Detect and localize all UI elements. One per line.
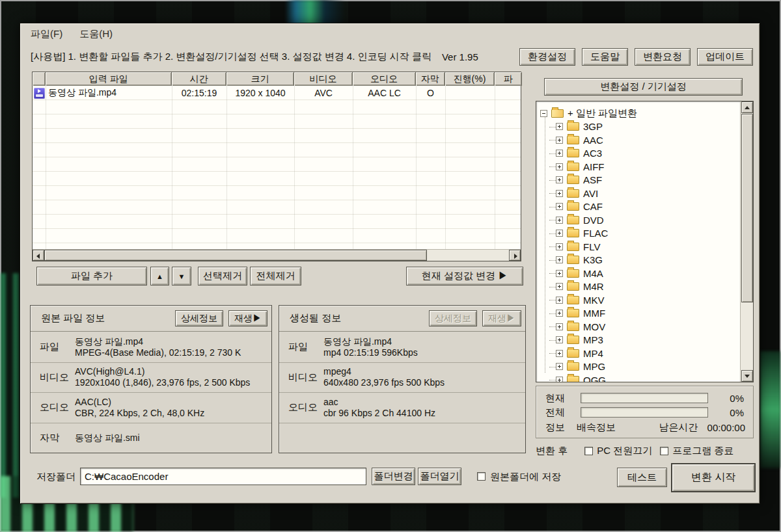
tree-item-avi[interactable]: AVI	[540, 187, 739, 200]
scroll-right-icon[interactable]	[509, 250, 521, 261]
tree-item-mp4[interactable]: MP4	[540, 347, 739, 360]
expand-icon[interactable]	[556, 203, 563, 210]
expand-icon[interactable]	[556, 243, 563, 250]
progress-box: 현재 0% 전체 0% 정보 배속정보 남은시간 00:00:00	[536, 386, 754, 438]
save-to-source-checkbox[interactable]	[477, 472, 486, 481]
source-info-row-label: 자막	[31, 432, 75, 444]
tree-item-aac[interactable]: AAC	[540, 133, 739, 147]
save-folder-input[interactable]	[80, 468, 366, 485]
add-file-button[interactable]: 파일 추가	[36, 267, 147, 286]
grid-line	[294, 86, 295, 250]
table-row[interactable]: 동영상 파일.mp402:15:191920 x 1040AVCAAC LCO	[33, 86, 521, 100]
update-button[interactable]: 업데이트	[697, 48, 753, 66]
test-button[interactable]: 테스트	[617, 468, 667, 487]
tree-item-ogg[interactable]: OGG	[540, 373, 739, 382]
scroll-down-icon[interactable]	[741, 370, 753, 382]
current-progress-bar	[581, 393, 708, 403]
horizontal-scrollbar[interactable]	[33, 249, 521, 261]
menu-help[interactable]: 도움(H)	[79, 28, 113, 40]
expand-icon[interactable]	[556, 230, 563, 237]
tree-item-m4a[interactable]: M4A	[540, 267, 739, 280]
settings-button[interactable]: 환경설정	[519, 48, 575, 66]
convert-request-button[interactable]: 변환요청	[635, 48, 691, 66]
grid-line	[416, 86, 417, 250]
photo-background: 파일(F) 도움(H) [사용법] 1. 변환할 파일들 추가 2. 변환설정/…	[0, 0, 781, 532]
tree-item-mkv[interactable]: MKV	[540, 293, 739, 307]
tree-item-flv[interactable]: FLV	[540, 240, 739, 254]
scrollbar-thumb[interactable]	[44, 250, 427, 261]
expand-icon[interactable]	[556, 336, 563, 343]
tree-item-flac[interactable]: FLAC	[540, 227, 739, 241]
expand-icon[interactable]	[556, 176, 563, 183]
collapse-icon[interactable]	[540, 110, 547, 117]
tree-item-asf[interactable]: ASF	[540, 174, 739, 187]
folder-icon	[567, 349, 579, 358]
column-header-7[interactable]: 진행(%)	[445, 72, 495, 86]
exit-program-checkbox[interactable]	[660, 447, 668, 455]
help-button[interactable]: 도움말	[582, 48, 628, 66]
expand-icon[interactable]	[556, 217, 563, 224]
expand-icon[interactable]	[556, 350, 563, 357]
expand-icon[interactable]	[556, 377, 563, 382]
scroll-left-icon[interactable]	[33, 250, 44, 261]
expand-icon[interactable]	[556, 270, 563, 277]
vertical-scrollbar[interactable]	[740, 101, 753, 382]
move-down-button[interactable]: ▼	[172, 267, 191, 286]
expand-icon[interactable]	[556, 163, 563, 170]
column-header-1[interactable]: 입력 파일	[46, 72, 172, 86]
tree-item-caf[interactable]: CAF	[540, 200, 739, 214]
tree-item-label: ASF	[583, 174, 602, 185]
folder-icon	[567, 282, 579, 291]
expand-icon[interactable]	[556, 190, 563, 197]
source-info-row-label: 비디오	[31, 371, 75, 384]
folder-icon	[567, 296, 579, 304]
change-folder-button[interactable]: 폴더변경	[372, 468, 415, 485]
change-current-settings-button[interactable]: 현재 설정값 변경 ▶	[406, 267, 523, 286]
expand-icon[interactable]	[556, 323, 563, 330]
column-header-3[interactable]: 크기	[226, 72, 294, 86]
output-info-row-1: 비디오mpeg4640x480 23,976 fps 500 Kbps	[279, 363, 525, 393]
expand-icon[interactable]	[556, 150, 563, 157]
expand-icon[interactable]	[556, 297, 563, 304]
column-header-2[interactable]: 시간	[172, 72, 226, 86]
move-up-button[interactable]: ▲	[150, 267, 169, 286]
expand-icon[interactable]	[556, 363, 563, 370]
expand-icon[interactable]	[556, 256, 563, 263]
tree-item-m4r[interactable]: M4R	[540, 280, 739, 294]
tree-item-3gp[interactable]: 3GP	[540, 120, 739, 134]
open-folder-button[interactable]: 폴더열기	[418, 468, 461, 485]
expand-icon[interactable]	[556, 137, 563, 144]
remove-selected-button[interactable]: 선택제거	[198, 267, 247, 286]
tree-item-mov[interactable]: MOV	[540, 320, 739, 334]
tree-item-mpg[interactable]: MPG	[540, 360, 739, 374]
tree-item-label: FLAC	[583, 228, 608, 239]
folder-icon	[567, 336, 579, 344]
preset-header-button[interactable]: 변환설정 / 기기설정	[544, 78, 743, 96]
menu-file[interactable]: 파일(F)	[31, 28, 62, 40]
scrollbar-thumb-vertical[interactable]	[741, 114, 753, 302]
remove-all-button[interactable]: 전체제거	[250, 267, 301, 286]
tree-item-mmf[interactable]: MMF	[540, 307, 739, 321]
tree-root-item[interactable]: + 일반 파일변환	[540, 107, 739, 120]
tree-item-aiff[interactable]: AIFF	[540, 160, 739, 174]
column-header-0[interactable]	[33, 72, 46, 86]
start-convert-button[interactable]: 변환 시작	[671, 463, 756, 492]
column-header-6[interactable]: 자막	[416, 72, 445, 86]
shutdown-checkbox[interactable]	[584, 447, 593, 455]
tree-item-mp3[interactable]: MP3	[540, 334, 739, 347]
column-header-8[interactable]: 파	[495, 72, 522, 86]
source-detail-button[interactable]: 상세정보	[175, 310, 223, 326]
tree-item-k3g[interactable]: K3G	[540, 254, 739, 267]
expand-icon[interactable]	[556, 310, 563, 317]
expand-icon[interactable]	[556, 283, 563, 290]
tree-item-dvd[interactable]: DVD	[540, 213, 739, 227]
tree-item-ac3[interactable]: AC3	[540, 147, 739, 161]
column-header-5[interactable]: 오디오	[353, 72, 416, 86]
folder-icon	[567, 229, 579, 237]
app-window: 파일(F) 도움(H) [사용법] 1. 변환할 파일들 추가 2. 변환설정/…	[20, 23, 760, 504]
source-play-button[interactable]: 재생▶	[228, 310, 267, 326]
expand-icon[interactable]	[556, 123, 563, 130]
column-header-4[interactable]: 비디오	[294, 72, 353, 86]
scroll-up-icon[interactable]	[741, 101, 753, 113]
file-cell-6: O	[416, 88, 445, 98]
